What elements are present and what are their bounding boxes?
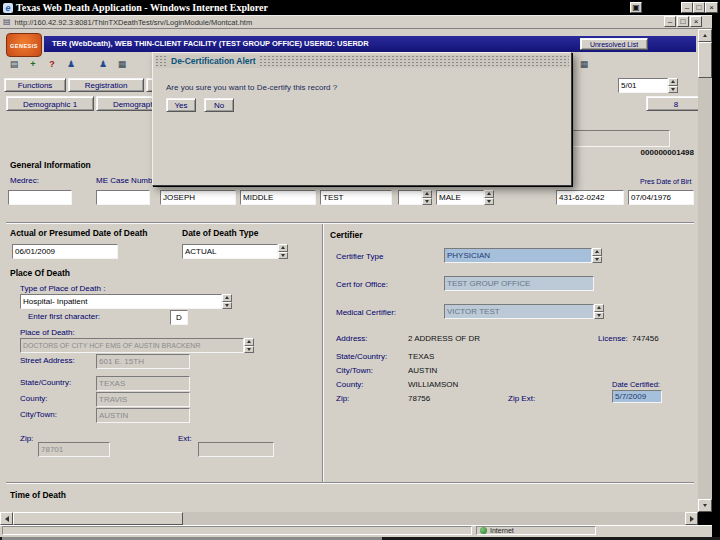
dialog-titlebar: De-Certification Alert bbox=[155, 55, 569, 68]
cert-office-field: TEST GROUP OFFICE bbox=[444, 276, 594, 291]
pod-zip-label: Zip: bbox=[20, 434, 33, 443]
dialog-title: De-Certification Alert bbox=[167, 55, 260, 68]
screen: e Texas Web Death Application - Windows … bbox=[0, 0, 720, 540]
maximize-button[interactable]: □ bbox=[693, 2, 705, 13]
section-certifier: Certifier bbox=[330, 230, 363, 240]
pod-type-label: Type of Place of Death : bbox=[20, 284, 105, 293]
pod-ext-label: Ext: bbox=[178, 434, 192, 443]
registration-date-spinner[interactable] bbox=[668, 78, 678, 93]
first-char-label: Enter first character: bbox=[28, 312, 100, 321]
cert-address-value: 2 ADDRESS OF DR bbox=[408, 334, 480, 343]
doc-close-button[interactable]: × bbox=[690, 16, 702, 27]
medrec-field[interactable] bbox=[8, 190, 72, 205]
scroll-down-button[interactable] bbox=[698, 499, 712, 512]
horizontal-scrollbar-thumb[interactable] bbox=[13, 512, 183, 525]
pod-label: Place of Death: bbox=[20, 328, 75, 337]
ssn-field[interactable]: 431-62-0242 bbox=[556, 190, 624, 205]
help-icon[interactable]: ? bbox=[44, 57, 60, 71]
vertical-scrollbar-thumb[interactable] bbox=[698, 42, 712, 78]
zone-panel: Internet bbox=[476, 526, 596, 535]
cert-state-value: TEXAS bbox=[408, 352, 434, 361]
pod-field[interactable]: DOCTORS OF CITY HCF EMS OF AUSTIN BRACKE… bbox=[20, 338, 244, 353]
suffix-spinner[interactable] bbox=[422, 190, 432, 205]
street-label: Street Address: bbox=[20, 356, 75, 365]
scroll-left-button[interactable] bbox=[0, 512, 13, 525]
scroll-right-button[interactable] bbox=[685, 512, 698, 525]
registration-date-field[interactable]: 5/01 bbox=[618, 78, 668, 93]
medrec-label: Medrec: bbox=[10, 176, 39, 185]
pod-ext-field bbox=[198, 442, 274, 457]
pod-county-label: County: bbox=[20, 394, 48, 403]
yes-button[interactable]: Yes bbox=[166, 98, 196, 112]
middle-name-field[interactable]: MIDDLE bbox=[240, 190, 316, 205]
vertical-scrollbar-track[interactable] bbox=[698, 29, 712, 512]
doc-maximize-button[interactable]: □ bbox=[677, 16, 689, 27]
death-date-label: Actual or Presumed Date of Death bbox=[10, 228, 147, 238]
medical-certifier-label: Medical Certifier: bbox=[336, 308, 396, 317]
medical-certifier-field[interactable]: VICTOR TEST bbox=[444, 304, 594, 319]
doc-minimize-button[interactable]: – bbox=[664, 16, 676, 27]
cert-county-value: WILLIAMSON bbox=[408, 380, 458, 389]
first-char-field[interactable]: D bbox=[170, 310, 188, 325]
death-date-field[interactable]: 06/01/2009 bbox=[12, 244, 118, 259]
divider bbox=[6, 482, 694, 484]
tab-right[interactable]: 8 bbox=[646, 96, 706, 111]
address-url[interactable]: http://160.42.92.3:8081/ThinTXDeathTest/… bbox=[15, 18, 253, 27]
address-bar: ▤ http://160.42.92.3:8081/ThinTXDeathTes… bbox=[0, 15, 712, 29]
cert-zip-label: Zip: bbox=[336, 394, 349, 403]
people-icon[interactable]: ♟ bbox=[95, 57, 111, 71]
sex-spinner[interactable] bbox=[484, 190, 494, 205]
death-type-spinner[interactable] bbox=[278, 244, 288, 259]
window-title: Texas Web Death Application - Windows In… bbox=[16, 2, 268, 13]
app-logo: GENESIS bbox=[6, 33, 42, 57]
cert-address-label: Address: bbox=[336, 334, 368, 343]
divider bbox=[6, 222, 694, 224]
dialog-message: Are you sure you want to De-certify this… bbox=[166, 83, 337, 92]
person-icon[interactable]: ♟ bbox=[63, 57, 79, 71]
vertical-divider bbox=[322, 224, 324, 482]
pod-type-spinner[interactable] bbox=[222, 294, 232, 309]
sex-field[interactable]: MALE bbox=[436, 190, 484, 205]
pod-state-label: State/Country: bbox=[20, 378, 71, 387]
cert-city-value: AUSTIN bbox=[408, 366, 437, 375]
cert-county-label: County: bbox=[336, 380, 364, 389]
mecase-field[interactable] bbox=[96, 190, 150, 205]
minimize-button[interactable]: – bbox=[681, 2, 693, 13]
street-field: 601 E. 15TH bbox=[96, 354, 190, 369]
menu-registration-button[interactable]: Registration bbox=[68, 78, 144, 92]
no-button[interactable]: No bbox=[204, 98, 234, 112]
section-time-of-death: Time of Death bbox=[10, 490, 66, 500]
pod-state-field: TEXAS bbox=[96, 376, 190, 391]
cert-city-label: City/Town: bbox=[336, 366, 373, 375]
status-panel bbox=[2, 526, 472, 535]
new-document-icon[interactable]: ▤ bbox=[6, 57, 22, 71]
first-name-field[interactable]: JOSEPH bbox=[160, 190, 236, 205]
date-certified-field[interactable]: 5/7/2009 bbox=[612, 390, 662, 403]
section-place-of-death: Place Of Death bbox=[10, 268, 70, 278]
last-name-field[interactable]: TEST bbox=[320, 190, 392, 205]
scroll-up-button[interactable] bbox=[698, 29, 712, 42]
death-type-label: Date of Death Type bbox=[182, 228, 258, 238]
pod-type-field[interactable]: Hospital- Inpatient bbox=[20, 294, 222, 309]
menu-functions-button[interactable]: Functions bbox=[4, 78, 66, 92]
certifier-type-spinner[interactable] bbox=[592, 248, 602, 263]
restore-button[interactable]: ▣ bbox=[630, 2, 642, 13]
grid-icon[interactable]: ▦ bbox=[576, 57, 592, 71]
close-button[interactable]: × bbox=[705, 2, 718, 13]
zone-label: Internet bbox=[490, 527, 514, 534]
print-icon[interactable]: ▦ bbox=[114, 57, 130, 71]
pod-spinner[interactable] bbox=[244, 338, 254, 353]
certifier-type-field[interactable]: PHYSICIAN bbox=[444, 248, 592, 263]
add-person-icon[interactable]: + bbox=[25, 57, 41, 71]
unresolved-list-button[interactable]: Unresolved List bbox=[580, 38, 648, 50]
date-certified-label: Date Certified: bbox=[612, 380, 660, 389]
dob-field[interactable]: 07/04/1976 bbox=[628, 190, 694, 205]
cert-office-label: Cert for Office: bbox=[336, 280, 388, 289]
page-icon: ▤ bbox=[3, 17, 11, 27]
suffix-field[interactable] bbox=[398, 190, 422, 205]
pod-county-field: TRAVIS bbox=[96, 392, 190, 407]
death-type-field[interactable]: ACTUAL bbox=[182, 244, 278, 259]
medical-certifier-spinner[interactable] bbox=[594, 304, 604, 319]
decertification-dialog: De-Certification Alert Are you sure you … bbox=[152, 52, 572, 186]
tab-demographic-1[interactable]: Demographic 1 bbox=[6, 96, 94, 111]
